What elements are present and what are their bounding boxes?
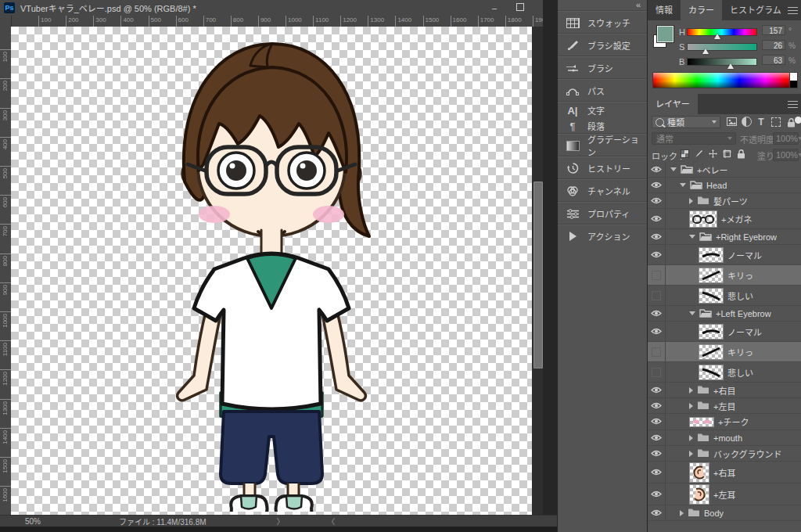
canvas-vertical-scrollbar[interactable] xyxy=(532,27,543,515)
visibility-toggle[interactable] xyxy=(648,414,666,430)
spectrum-black-chip[interactable] xyxy=(789,81,797,88)
slider-thumb[interactable] xyxy=(714,34,720,39)
expand-caret-icon[interactable] xyxy=(689,403,693,409)
layer-row-ノーマル[interactable]: ノーマル xyxy=(648,245,801,265)
visibility-toggle[interactable] xyxy=(648,178,666,192)
collapse-caret-icon[interactable] xyxy=(689,311,695,315)
layer-row-+ベレー[interactable]: +ベレー xyxy=(648,162,801,178)
dock-item-channels[interactable]: チャンネル xyxy=(558,179,647,202)
channel-value-field[interactable]: 26 xyxy=(762,40,785,50)
visibility-toggle[interactable] xyxy=(648,229,666,244)
scrollbar-thumb[interactable] xyxy=(533,182,543,368)
collapse-caret-icon[interactable] xyxy=(670,167,677,171)
tab-ヒストグラム[interactable]: ヒストグラム xyxy=(722,0,789,20)
layer-row-キリっ[interactable]: キリっ xyxy=(648,342,801,362)
visibility-toggle[interactable] xyxy=(648,430,666,445)
layer-row-+左目[interactable]: +左目 xyxy=(648,398,801,414)
visibility-toggle[interactable] xyxy=(648,162,666,177)
expand-caret-icon[interactable] xyxy=(689,387,693,394)
visibility-toggle[interactable] xyxy=(648,505,666,520)
layer-thumbnail[interactable] xyxy=(689,210,717,228)
slider-track[interactable] xyxy=(687,43,757,51)
layer-row-キリっ[interactable]: キリっ xyxy=(648,265,801,286)
visibility-toggle[interactable] xyxy=(648,265,666,285)
dock-item-properties[interactable]: プロパティ xyxy=(558,202,647,225)
filter-pixel-layers-icon[interactable] xyxy=(725,116,738,128)
filter-adjustment-layers-icon[interactable] xyxy=(740,116,753,128)
layer-row-+右耳[interactable]: +右耳 xyxy=(648,462,801,483)
visibility-toggle[interactable] xyxy=(648,245,666,264)
layer-thumbnail[interactable] xyxy=(699,288,724,304)
visibility-toggle[interactable] xyxy=(648,209,666,228)
dock-item-paths[interactable]: パス xyxy=(558,79,647,102)
visibility-toggle[interactable] xyxy=(648,193,666,208)
filter-toggle-icon[interactable] xyxy=(792,114,801,126)
status-nav-arrows[interactable]: 〉 〈 xyxy=(277,516,356,527)
layer-thumbnail[interactable] xyxy=(699,344,724,360)
filter-shape-layers-icon[interactable] xyxy=(770,116,782,128)
lock-artboard-icon[interactable] xyxy=(721,148,733,160)
visibility-toggle[interactable] xyxy=(648,462,666,483)
foreground-color-swatch[interactable] xyxy=(657,26,673,42)
dock-item-character[interactable]: A|文字 xyxy=(558,102,647,118)
tab-layers[interactable]: レイヤー xyxy=(648,94,698,114)
blend-mode-select[interactable]: 通常 xyxy=(652,132,736,145)
dock-item-brush-settings[interactable]: ブラシ設定 xyxy=(558,34,647,56)
layer-row-悲しい[interactable]: 悲しい xyxy=(648,362,801,383)
layer-thumbnail[interactable] xyxy=(699,268,724,283)
channel-value-field[interactable]: 63 xyxy=(762,55,785,65)
layer-thumbnail[interactable] xyxy=(689,462,709,483)
opacity-field[interactable]: 100% xyxy=(773,132,799,145)
visibility-toggle[interactable] xyxy=(648,286,666,305)
layer-row-ノーマル[interactable]: ノーマル xyxy=(648,322,801,342)
layers-panel-menu-icon[interactable] xyxy=(788,100,798,109)
layer-row-+mouth[interactable]: +mouth xyxy=(648,430,801,446)
horizontal-ruler[interactable]: 1002003004005006007008009001000110012001… xyxy=(0,16,557,27)
layer-row-+Right Eyebrow[interactable]: +Right Eyebrow xyxy=(648,229,801,245)
minimize-button[interactable]: – xyxy=(490,0,499,16)
color-panel-menu-icon[interactable] xyxy=(788,6,798,15)
dock-item-brushes[interactable]: ブラシ xyxy=(558,56,647,79)
layer-row-+左耳[interactable]: +左耳 xyxy=(648,483,801,505)
collapse-caret-icon[interactable] xyxy=(680,183,686,187)
layer-row-+チーク[interactable]: +チーク xyxy=(648,414,801,430)
visibility-toggle[interactable] xyxy=(648,306,666,321)
filter-type-layers-icon[interactable]: T xyxy=(755,116,767,128)
layer-row-髪パーツ[interactable]: 髪パーツ xyxy=(648,193,801,209)
dock-item-swatches[interactable]: スウォッチ xyxy=(558,11,647,34)
layer-thumbnail[interactable] xyxy=(689,417,714,427)
document-titlebar[interactable]: Ps VTuberキャラ_ベレー.psd @ 50% (RGB/8#) * – … xyxy=(0,0,557,16)
spectrum-white-chip[interactable] xyxy=(789,73,797,81)
visibility-toggle[interactable] xyxy=(648,322,666,341)
layer-row-+右目[interactable]: +右目 xyxy=(648,383,801,398)
layer-row-バックグラウンド[interactable]: バックグラウンド xyxy=(648,446,801,462)
layer-filter-kind-select[interactable]: 種類 xyxy=(652,116,720,128)
lock-transparency-icon[interactable] xyxy=(679,148,691,160)
visibility-toggle[interactable] xyxy=(648,398,666,413)
tab-情報[interactable]: 情報 xyxy=(648,0,681,20)
lock-position-icon[interactable] xyxy=(707,148,719,160)
canvas-area[interactable] xyxy=(11,27,532,515)
layer-thumbnail[interactable] xyxy=(699,324,724,340)
visibility-toggle[interactable] xyxy=(648,383,666,397)
layer-row-+Left Eyebrow[interactable]: +Left Eyebrow xyxy=(648,306,801,322)
visibility-toggle[interactable] xyxy=(648,446,666,461)
collapse-panels-icon[interactable]: « xyxy=(558,0,647,11)
expand-caret-icon[interactable] xyxy=(689,435,693,441)
collapse-caret-icon[interactable] xyxy=(689,235,695,239)
expand-caret-icon[interactable] xyxy=(689,451,693,457)
channel-value-field[interactable]: 157 xyxy=(762,25,785,35)
vertical-ruler[interactable]: 1002003004005006007008009001000110012001… xyxy=(0,27,12,515)
dock-item-paragraph[interactable]: ¶段落 xyxy=(558,118,647,134)
fill-field[interactable]: 100% xyxy=(773,149,799,161)
dock-item-actions[interactable]: アクション xyxy=(558,225,647,247)
visibility-toggle[interactable] xyxy=(648,342,666,361)
layer-thumbnail[interactable] xyxy=(699,247,724,263)
slider-track[interactable] xyxy=(687,58,757,66)
visibility-toggle[interactable] xyxy=(648,362,666,382)
layer-thumbnail[interactable] xyxy=(689,484,709,505)
tab-カラー[interactable]: カラー xyxy=(681,0,722,20)
expand-caret-icon[interactable] xyxy=(680,510,684,516)
layer-thumbnail[interactable] xyxy=(699,365,724,380)
slider-thumb[interactable] xyxy=(702,49,709,54)
